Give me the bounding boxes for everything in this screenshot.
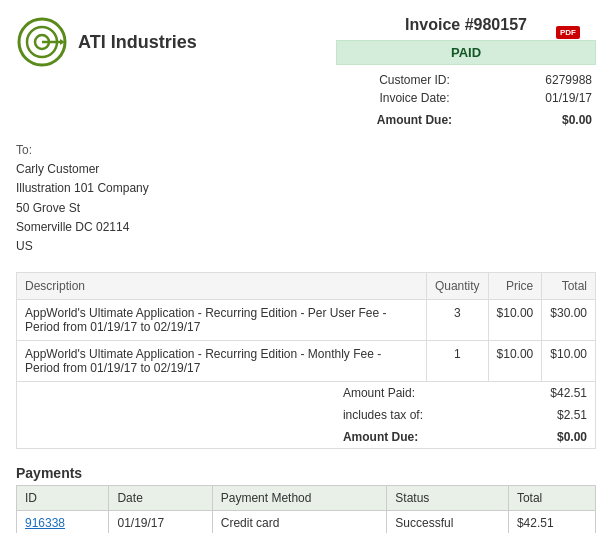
pay-col-date: Date bbox=[109, 486, 212, 511]
amount-paid-row: Amount Paid: $42.51 bbox=[17, 382, 596, 404]
amount-due-value: $0.00 bbox=[493, 107, 596, 129]
table-header-row: Description Quantity Price Total bbox=[17, 273, 596, 300]
amount-paid-label: Amount Paid: bbox=[335, 382, 503, 404]
amount-due-row: Amount Due: $0.00 bbox=[336, 107, 596, 129]
pay-col-id: ID bbox=[17, 486, 109, 511]
payments-title: Payments bbox=[16, 465, 596, 481]
item-total: $10.00 bbox=[542, 341, 596, 382]
item-total: $30.00 bbox=[542, 300, 596, 341]
amount-due-label: Amount Due: bbox=[336, 107, 493, 129]
tax-value: $2.51 bbox=[503, 404, 596, 426]
paid-badge: PAID bbox=[336, 40, 596, 65]
company-logo bbox=[16, 16, 68, 68]
item-description: AppWorld's Ultimate Application - Recurr… bbox=[17, 300, 427, 341]
invoice-meta-table: Customer ID: 6279988 Invoice Date: 01/19… bbox=[336, 71, 596, 129]
pdf-button[interactable]: PDF bbox=[556, 26, 580, 40]
tax-label: includes tax of: bbox=[335, 404, 503, 426]
payment-status: Successful bbox=[387, 511, 509, 533]
company-header: ATI Industries bbox=[16, 16, 197, 68]
to-section: To: Carly Customer Illustration 101 Comp… bbox=[16, 141, 596, 256]
item-quantity: 1 bbox=[426, 341, 488, 382]
summary-amount-due-row: Amount Due: $0.00 bbox=[17, 426, 596, 449]
recipient-company: Illustration 101 Company bbox=[16, 179, 596, 198]
item-price: $10.00 bbox=[488, 341, 542, 382]
recipient-name: Carly Customer bbox=[16, 160, 596, 179]
col-description: Description bbox=[17, 273, 427, 300]
payments-header-row: ID Date Payment Method Status Total bbox=[17, 486, 596, 511]
pay-col-total: Total bbox=[508, 486, 595, 511]
line-items-table: Description Quantity Price Total AppWorl… bbox=[16, 272, 596, 382]
amount-paid-value: $42.51 bbox=[503, 382, 596, 404]
tax-row: includes tax of: $2.51 bbox=[17, 404, 596, 426]
col-price: Price bbox=[488, 273, 542, 300]
pay-col-status: Status bbox=[387, 486, 509, 511]
payment-date: 01/19/17 bbox=[109, 511, 212, 533]
table-row: AppWorld's Ultimate Application - Recurr… bbox=[17, 300, 596, 341]
table-row: AppWorld's Ultimate Application - Recurr… bbox=[17, 341, 596, 382]
recipient-country: US bbox=[16, 237, 596, 256]
invoice-date-value: 01/19/17 bbox=[493, 89, 596, 107]
payment-total: $42.51 bbox=[508, 511, 595, 533]
customer-id-label: Customer ID: bbox=[336, 71, 493, 89]
recipient-address: 50 Grove St bbox=[16, 199, 596, 218]
summary-table: Amount Paid: $42.51 includes tax of: $2.… bbox=[16, 382, 596, 449]
payments-section: Payments ID Date Payment Method Status T… bbox=[16, 465, 596, 533]
customer-id-row: Customer ID: 6279988 bbox=[336, 71, 596, 89]
payment-row: 916338 01/19/17 Credit card Successful $… bbox=[17, 511, 596, 533]
payments-table: ID Date Payment Method Status Total 9163… bbox=[16, 485, 596, 533]
item-description: AppWorld's Ultimate Application - Recurr… bbox=[17, 341, 427, 382]
item-price: $10.00 bbox=[488, 300, 542, 341]
summary-amount-due-label: Amount Due: bbox=[335, 426, 503, 449]
item-quantity: 3 bbox=[426, 300, 488, 341]
recipient-city-state: Somerville DC 02114 bbox=[16, 218, 596, 237]
payment-id[interactable]: 916338 bbox=[17, 511, 109, 533]
summary-amount-due-value: $0.00 bbox=[503, 426, 596, 449]
to-label: To: bbox=[16, 141, 596, 160]
company-name: ATI Industries bbox=[78, 32, 197, 53]
invoice-date-row: Invoice Date: 01/19/17 bbox=[336, 89, 596, 107]
col-total: Total bbox=[542, 273, 596, 300]
pay-col-method: Payment Method bbox=[212, 486, 387, 511]
payment-method: Credit card bbox=[212, 511, 387, 533]
pdf-label: PDF bbox=[556, 26, 580, 39]
invoice-date-label: Invoice Date: bbox=[336, 89, 493, 107]
col-quantity: Quantity bbox=[426, 273, 488, 300]
customer-id-value: 6279988 bbox=[493, 71, 596, 89]
